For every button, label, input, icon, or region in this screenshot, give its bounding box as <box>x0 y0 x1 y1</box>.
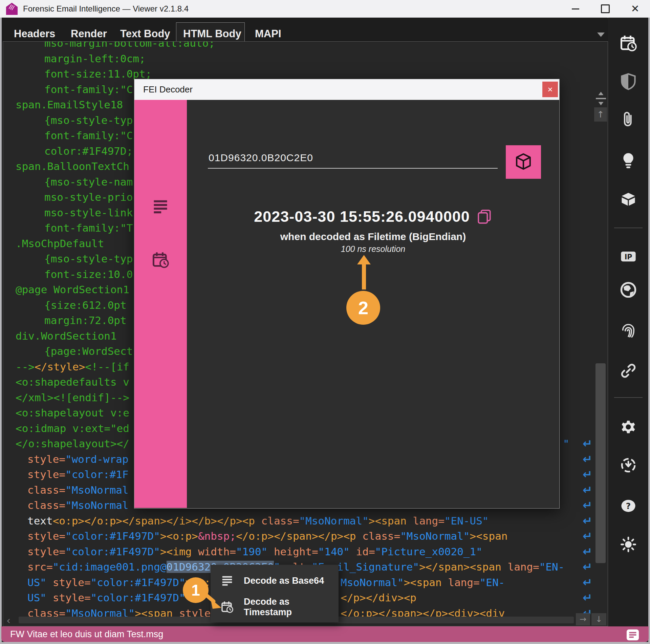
svg-text:IP: IP <box>625 253 632 261</box>
annotation-step-2-badge: 2 <box>346 291 380 325</box>
dialog-title: FEI Decoder <box>143 84 193 95</box>
fei-decoder-dialog: FEI Decoder × 01D96320.0B20C2E0 2023-03-… <box>134 79 560 509</box>
svg-text:?: ? <box>626 501 631 511</box>
code-line: style="color:#1F497D"><o:p>&nbsp;</o:p><… <box>27 529 507 544</box>
code-line: {mso-style-nam <box>44 174 133 190</box>
sidebar-gear-icon[interactable] <box>620 418 637 436</box>
menu-item-label: Decode as Base64 <box>244 576 324 586</box>
annotation-arrow-up-icon <box>357 255 371 264</box>
decode-button[interactable] <box>506 145 541 179</box>
code-line: margin-left:0cm; <box>44 51 146 66</box>
line-wrap-return-icon: ↵ <box>583 559 596 575</box>
minimize-button[interactable] <box>561 0 590 18</box>
code-line: </p></div><p <box>341 590 416 605</box>
tab-text-body[interactable]: Text Body <box>120 28 170 40</box>
sidebar-question-circle-icon[interactable]: ? <box>620 497 637 515</box>
dialog-title-bar[interactable]: FEI Decoder × <box>134 79 559 100</box>
decoder-input-field[interactable]: 01D96320.0B20C2E0 <box>209 152 313 164</box>
scroll-down-button[interactable]: ↓ <box>591 613 606 625</box>
window-frame-right <box>648 18 650 644</box>
code-line: text<o:p></o:p></span></i></b></p><p cla… <box>27 513 489 529</box>
code-line: US" style="color:#1F497D" <box>27 590 186 605</box>
close-button[interactable]: ✕ <box>620 0 650 18</box>
line-wrap-return-icon: ↵ <box>583 436 596 451</box>
code-line: @page WordSection1 <box>16 282 129 297</box>
code-line: color:#1F497D; <box>44 144 133 159</box>
line-wrap-return-icon: ↵ <box>583 498 596 513</box>
sidebar-package-icon[interactable] <box>620 190 637 208</box>
cube-decode-icon <box>514 152 533 172</box>
code-line: --></style><!--[if <box>16 359 129 374</box>
tab-mapi[interactable]: MAPI <box>255 28 281 40</box>
close-icon: ✕ <box>631 4 639 14</box>
minimize-icon <box>572 8 579 9</box>
sidebar-globe-icon[interactable] <box>620 281 637 299</box>
sidebar-update-download-icon[interactable] <box>620 456 637 474</box>
code-line: div.WordSection1 <box>16 328 117 344</box>
line-wrap-return-icon: ↵ <box>583 590 596 605</box>
code-line: class="MsoNormal <box>27 482 129 498</box>
code-line: <o:shapelayout v:e <box>16 405 129 421</box>
code-line: MsoNormal"><span lang="EN- <box>341 575 505 590</box>
tab-headers[interactable]: Headers <box>14 28 55 40</box>
menu-item-decode-as-timestamp[interactable]: Decode as Timestamp <box>211 594 339 620</box>
window-frame-bottom <box>0 642 650 644</box>
app-window: { "window": { "title": "Forensic Email I… <box>0 0 650 644</box>
sidebar-calendar-clock-icon[interactable] <box>620 35 637 52</box>
menu-item-decode-as-base64[interactable]: Decode as Base64 <box>211 567 339 594</box>
annotation-arrow-stem <box>362 264 366 289</box>
decoder-mode-sidebar <box>134 100 187 508</box>
input-underline <box>208 168 498 169</box>
code-line: {mso-style-typ <box>44 113 133 128</box>
code-line: mso-style-prio <box>44 190 133 205</box>
app-logo-icon <box>5 2 18 16</box>
line-wrap-return-icon: ↵ <box>583 575 596 590</box>
splitter-handle-icon[interactable] <box>595 91 607 106</box>
code-line: </xml><![endif]--> <box>16 390 129 405</box>
code-line: style="color:#1F497D"><img width="190" h… <box>27 544 482 559</box>
dialog-close-button[interactable]: × <box>542 82 558 97</box>
maximize-icon <box>601 4 610 13</box>
message-icon[interactable] <box>626 629 639 640</box>
line-wrap-return-icon: ↵ <box>583 513 596 529</box>
copy-icon[interactable] <box>477 209 492 224</box>
tab-bar: HeadersRenderText BodyHTML BodyMAPI <box>2 18 608 41</box>
sidebar-lightbulb-icon[interactable] <box>620 152 637 170</box>
tab-render[interactable]: Render <box>71 28 107 40</box>
sidebar-fingerprint-icon[interactable] <box>620 322 637 340</box>
scroll-up-button[interactable]: ↑ <box>594 107 607 122</box>
vertical-scrollbar-thumb[interactable] <box>595 363 606 563</box>
scroll-left-icon[interactable]: ‹ <box>6 615 17 625</box>
scroll-right-button[interactable]: → <box>576 613 590 625</box>
sidebar-brightness-sun-icon[interactable] <box>620 536 637 553</box>
chevron-down-icon[interactable] <box>597 33 605 37</box>
code-line: span.BalloonTextCh <box>16 159 129 174</box>
code-line: " <box>563 436 569 451</box>
code-line: <o:idmap v:ext="ed <box>16 421 129 436</box>
code-line: font-family:"C <box>44 82 133 97</box>
sidebar-ip-badge-icon[interactable]: IP <box>620 248 637 265</box>
sidebar-divider <box>614 228 643 228</box>
decoder-mode-calendar-clock-icon[interactable] <box>152 251 169 269</box>
tab-html-body[interactable]: HTML Body <box>183 28 241 40</box>
open-file-name: FW Vitae et leo duis ut diam Test.msg <box>10 629 163 640</box>
line-wrap-return-icon: ↵ <box>583 529 596 544</box>
sidebar-link-icon[interactable] <box>620 362 637 380</box>
sidebar-divider <box>614 397 643 398</box>
sidebar-shield-icon[interactable] <box>620 72 637 90</box>
code-line: span.EmailStyle18 <box>16 97 123 112</box>
title-bar: Forensic Email Intelligence — Viewer v2.… <box>0 0 650 18</box>
line-wrap-return-icon: ↵ <box>583 544 596 559</box>
sidebar-paperclip-icon[interactable] <box>620 111 637 128</box>
code-line: <o:shapedefaults v <box>16 374 129 390</box>
code-line: style="word-wrap <box>27 452 129 467</box>
maximize-button[interactable] <box>590 0 620 18</box>
decoder-mode-base64-lines-icon[interactable] <box>152 198 169 215</box>
code-line: margin:72.0pt <box>44 313 127 328</box>
code-line: {mso-style-typ <box>44 251 133 266</box>
code-line: style="color:#1F <box>27 467 129 482</box>
menu-item-label: Decode as Timestamp <box>244 597 339 618</box>
annotation-cursor-arrow-icon <box>202 592 223 610</box>
code-line: class="MsoNormal <box>27 498 129 513</box>
window-frame-left <box>0 18 2 644</box>
